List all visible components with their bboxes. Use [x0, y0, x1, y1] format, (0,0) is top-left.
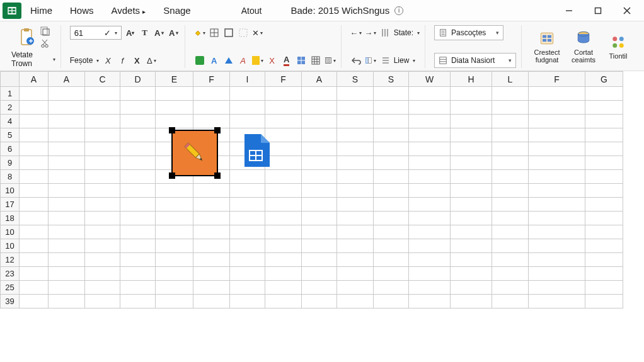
cell[interactable] [492, 225, 529, 239]
cell[interactable] [302, 170, 337, 184]
cell[interactable] [265, 198, 302, 212]
cell[interactable] [451, 239, 492, 253]
cell[interactable] [49, 101, 85, 115]
cell[interactable] [85, 253, 120, 267]
bold-x-icon[interactable]: X [131, 55, 142, 66]
border-none-icon[interactable] [238, 27, 249, 38]
cell[interactable] [49, 128, 85, 142]
cell[interactable] [585, 170, 623, 184]
cell[interactable] [492, 87, 529, 101]
cell[interactable] [20, 295, 49, 308]
cell[interactable] [49, 225, 85, 239]
cell[interactable] [230, 281, 265, 295]
resize-handle-br[interactable] [214, 173, 221, 179]
cell[interactable] [156, 101, 193, 115]
cell[interactable] [529, 198, 585, 212]
cell[interactable] [374, 184, 409, 198]
fesote-dropdown[interactable]: Feșote▾ [70, 56, 100, 65]
cell[interactable] [585, 128, 623, 142]
cell[interactable] [585, 198, 623, 212]
cell[interactable] [374, 198, 409, 212]
cell[interactable] [337, 212, 374, 225]
cell[interactable] [337, 239, 374, 253]
cell[interactable] [230, 212, 265, 225]
cell[interactable] [265, 156, 302, 170]
cell[interactable] [193, 212, 230, 225]
cell[interactable] [20, 156, 49, 170]
cell[interactable] [120, 170, 156, 184]
cell[interactable] [20, 225, 49, 239]
cell[interactable] [85, 239, 120, 253]
cell[interactable] [529, 184, 585, 198]
cell[interactable] [409, 101, 451, 115]
cell[interactable] [451, 184, 492, 198]
cell[interactable] [120, 101, 156, 115]
cell[interactable] [529, 142, 585, 156]
cell[interactable] [529, 87, 585, 101]
cell[interactable] [85, 281, 120, 295]
cell[interactable] [49, 253, 85, 267]
tool-a-icon[interactable]: A [238, 55, 249, 66]
cell[interactable] [20, 253, 49, 267]
cell[interactable] [85, 170, 120, 184]
row-header[interactable]: 8 [1, 170, 20, 184]
cell[interactable] [337, 170, 374, 184]
cell[interactable] [156, 239, 193, 253]
strike-x-icon[interactable]: X [267, 55, 278, 66]
cell[interactable] [49, 295, 85, 308]
cell[interactable] [120, 115, 156, 128]
cell[interactable] [492, 239, 529, 253]
cell[interactable] [492, 128, 529, 142]
menu-atout[interactable]: Atout [241, 6, 262, 16]
cell[interactable] [230, 170, 265, 184]
cell[interactable] [585, 156, 623, 170]
cell[interactable] [409, 212, 451, 225]
cell[interactable] [585, 239, 623, 253]
info-icon[interactable]: i [394, 6, 403, 15]
cell[interactable] [585, 87, 623, 101]
column-header[interactable]: S [374, 72, 409, 87]
cell[interactable] [409, 295, 451, 308]
cell[interactable] [20, 267, 49, 281]
cell[interactable] [492, 156, 529, 170]
cell[interactable] [409, 267, 451, 281]
row-header[interactable]: 6 [1, 142, 20, 156]
cell[interactable] [409, 281, 451, 295]
cell[interactable] [451, 142, 492, 156]
cell[interactable] [20, 212, 49, 225]
column-header[interactable]: F [529, 72, 585, 87]
column-header[interactable]: D [120, 72, 156, 87]
cell[interactable] [374, 267, 409, 281]
cell[interactable] [374, 87, 409, 101]
cell[interactable] [492, 295, 529, 308]
arrow-left-icon[interactable]: ←▾ [350, 27, 362, 38]
cell[interactable] [492, 170, 529, 184]
cell[interactable] [409, 170, 451, 184]
cell[interactable] [492, 281, 529, 295]
row-header[interactable]: 25 [1, 281, 20, 295]
cell[interactable] [451, 87, 492, 101]
cell[interactable] [20, 101, 49, 115]
minimize-button[interactable] [558, 3, 580, 19]
font-color-sample-icon[interactable]: A▾ [154, 27, 165, 38]
cell[interactable] [302, 87, 337, 101]
cell[interactable] [193, 239, 230, 253]
cell[interactable] [451, 156, 492, 170]
cell[interactable] [337, 184, 374, 198]
font-color-blue-icon[interactable]: A [209, 55, 220, 66]
cell[interactable] [451, 281, 492, 295]
cell[interactable] [193, 225, 230, 239]
cell[interactable] [265, 142, 302, 156]
cell[interactable] [49, 184, 85, 198]
cell[interactable] [49, 156, 85, 170]
close-button[interactable] [616, 3, 638, 19]
data-nasiort-combo[interactable]: Diata Nasiort▾ [434, 53, 516, 68]
font-size-box[interactable]: 61 ✓▾ [70, 26, 122, 40]
cell[interactable] [409, 239, 451, 253]
cell[interactable] [337, 142, 374, 156]
cell[interactable] [337, 115, 374, 128]
cell[interactable] [409, 115, 451, 128]
border-outside-icon[interactable] [223, 27, 234, 38]
cell[interactable] [230, 87, 265, 101]
undo-icon[interactable] [350, 55, 362, 66]
